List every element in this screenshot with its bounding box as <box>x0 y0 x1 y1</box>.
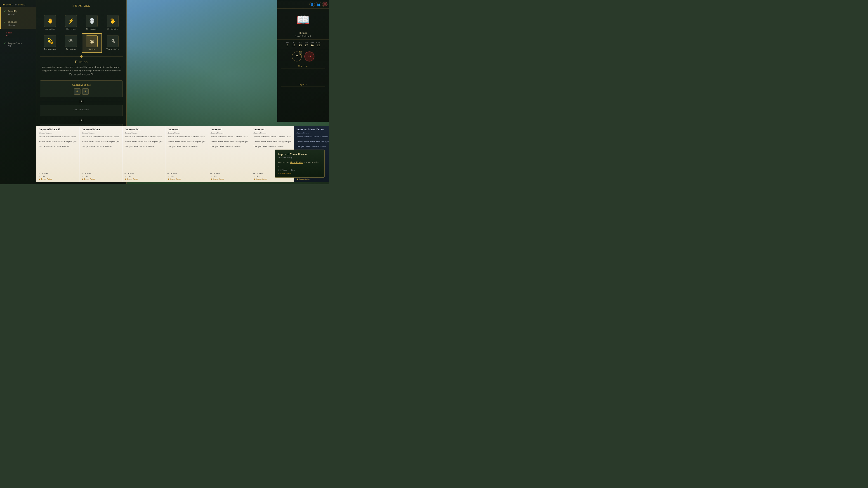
card4-desc2: You can remain hidden while casting this… <box>167 140 206 143</box>
spell-slot-1[interactable]: + <box>74 88 81 95</box>
features-divider: ✦ <box>40 99 123 103</box>
card2-footer: ⟳20 turns ↔18m ▲Bonus Action <box>82 172 120 180</box>
cantrips-section <box>277 68 329 82</box>
spells-label: Spells <box>6 31 12 34</box>
school-enchantment[interactable]: 💫 Enchantment <box>40 33 60 53</box>
stat-int: INT 17 <box>305 41 308 47</box>
card7-desc3: This spell can be cast while Silenced. <box>296 145 329 148</box>
subclass-sub: Illusion <box>8 24 17 26</box>
conjuration-icon: 🖐 <box>107 15 119 27</box>
gained-spells-box: Gained 2 Spells + + <box>40 80 123 97</box>
level2-label: Level 2 <box>18 3 25 6</box>
portrait-icon[interactable]: 👤 <box>309 2 315 7</box>
level1-label: Level 1 <box>6 3 13 6</box>
card6-desc1: You can cast Minor Illusion as a bonus a… <box>253 135 292 138</box>
school-grid: 🤚 Abjuration ⚡ Evocation 💀 Necromancy 🖐 … <box>36 10 126 56</box>
school-transmutation[interactable]: ⚗ Transmutation <box>103 33 123 53</box>
card5-title: Improved <box>211 128 249 131</box>
gained-spells-title: Gained 2 Spells <box>44 83 119 87</box>
card2-desc2: You can remain hidden while casting this… <box>82 140 120 143</box>
card4-desc3: This spell can be cast while Silenced. <box>167 145 206 148</box>
stats-row: STR 8 DEX 13 CON 15 INT 17 WIS 10 CHA 12 <box>277 39 329 49</box>
subclass-features-box: Subclass Features <box>40 105 123 116</box>
school-abjuration[interactable]: 🤚 Abjuration <box>40 13 60 32</box>
spell-card-5[interactable]: Improved Illusion Cantrip You can cast M… <box>208 126 251 182</box>
spell-card-2[interactable]: Improved Minor Illusion Cantrip You can … <box>79 126 123 182</box>
stat-con: CON 15 <box>298 41 303 47</box>
hp-level-box: +1 🛡 <box>292 52 302 61</box>
school-necromancy[interactable]: 💀 Necromancy <box>82 13 102 32</box>
tooltip-footer: ⟳ 20 turns ↔ 18m <box>278 169 322 171</box>
card5-footer: ⟳20 turns ↔18m ▲Bonus Action <box>211 172 249 180</box>
necromancy-label: Necromancy <box>86 28 98 30</box>
tooltip-type: Illusion Cantrip <box>278 156 322 159</box>
stat-wis: WIS 10 <box>310 41 314 47</box>
spell-slot-2[interactable]: + <box>82 88 89 95</box>
school-conjuration[interactable]: 🖐 Conjuration <box>103 13 123 32</box>
features-section-title: ✦ <box>79 100 84 103</box>
hp-value: 14 <box>308 55 311 58</box>
panel-title: Subclass <box>36 0 126 10</box>
spell-card-4[interactable]: Improved Illusion Cantrip You can cast M… <box>165 126 209 182</box>
check-icon-3: ✓ <box>3 41 6 45</box>
sidebar-item-subclass[interactable]: ✓ Subclass Illusion <box>0 18 36 29</box>
school-evocation[interactable]: ⚡ Evocation <box>61 13 81 32</box>
card1-footer: ⟳10 turns ↔18m ▲Bonus Action <box>39 172 77 180</box>
sidebar-item-prepare[interactable]: ✓ Prepare Spells 5/5 <box>0 39 36 50</box>
card2-desc3: This spell can be cast while Silenced. <box>82 145 120 148</box>
character-name: Human <box>277 31 329 35</box>
prepare-sub: 5/5 <box>8 45 22 48</box>
hp-row: +1 🛡 14 <box>277 49 329 64</box>
tooltip-duration: 20 turns <box>281 169 287 171</box>
illusion-icon: ◉ <box>86 35 98 47</box>
school-divination[interactable]: 👁 Divination <box>61 33 81 53</box>
hp-plus-badge: +1 <box>299 51 302 55</box>
subclass-label: Subclass <box>8 20 17 23</box>
illusion-label: Illusion <box>88 48 95 51</box>
level2-dot <box>15 4 17 5</box>
evocation-icon: ⚡ <box>65 15 77 27</box>
cantrip-diamond: ✦ <box>79 119 84 122</box>
level-header: Level 1 Level 2 <box>0 2 36 7</box>
party-icon[interactable]: 👥 <box>316 2 321 7</box>
spell-slots: + + <box>44 88 119 95</box>
card4-desc1: You can cast Minor Illusion as a bonus a… <box>167 135 206 138</box>
character-class: Level 2 Wizard <box>277 35 329 37</box>
levelup-label: Level Up <box>8 9 17 13</box>
card3-type: Illusion Cantrip <box>125 132 163 134</box>
subclass-description: You specialise in unravelling and restit… <box>36 65 126 78</box>
card3-footer: ⟳20 turns ↔18m ▲Bonus Action <box>125 172 163 180</box>
transmutation-label: Transmutation <box>106 48 119 51</box>
turns-icon: ⟳ <box>278 169 280 171</box>
stat-cha: CHA 12 <box>316 41 320 47</box>
card4-title: Improved <box>167 128 206 131</box>
check-icon: ✓ <box>3 9 6 13</box>
card7-desc2: You can remain hidden while casting this… <box>296 140 329 143</box>
cantrip-divider: ✦ <box>40 118 123 122</box>
tooltip-range: 18m <box>291 169 294 171</box>
card3-desc2: You can remain hidden while casting this… <box>125 140 163 143</box>
sidebar-item-spells[interactable]: ! Spells 0/2 <box>0 29 36 39</box>
spell-card-1[interactable]: Improved Minor Ill... Illusion Cantrip Y… <box>36 126 80 182</box>
card7-title: Improved Minor Illusion <box>296 128 329 131</box>
subclass-name: Illusion <box>36 58 126 65</box>
prepare-label: Prepare Spells <box>8 41 22 45</box>
sidebar-item-levelup[interactable]: ✓ Level Up Wizard <box>0 7 36 18</box>
stat-str: STR 8 <box>286 41 289 47</box>
card5-desc2: You can remain hidden while casting this… <box>211 140 249 143</box>
character-book-icon: 📖 <box>294 11 312 29</box>
close-button[interactable]: × <box>323 2 327 6</box>
transmutation-icon: ⚗ <box>107 35 119 47</box>
spells-sub: 0/2 <box>6 34 12 37</box>
spell-card-3[interactable]: Improved Mi... Illusion Cantrip You can … <box>122 126 165 182</box>
card4-footer: ⟳20 turns ↔18m ▲Bonus Action <box>167 172 206 180</box>
card1-desc2: You can remain hidden while casting this… <box>39 140 77 143</box>
card1-desc3: This spell can be cast while Silenced. <box>39 145 77 148</box>
enchantment-label: Enchantment <box>44 48 56 51</box>
sidebar: Level 1 Level 2 ✓ Level Up Wizard ✓ Subc… <box>0 0 36 184</box>
card3-title: Improved Mi... <box>125 128 163 131</box>
card2-title: Improved Minor <box>82 128 120 131</box>
card6-desc3: This spell can be cast while Silenced. <box>253 145 292 148</box>
divination-icon: 👁 <box>65 35 77 47</box>
school-illusion[interactable]: ◉ Illusion <box>82 33 102 53</box>
